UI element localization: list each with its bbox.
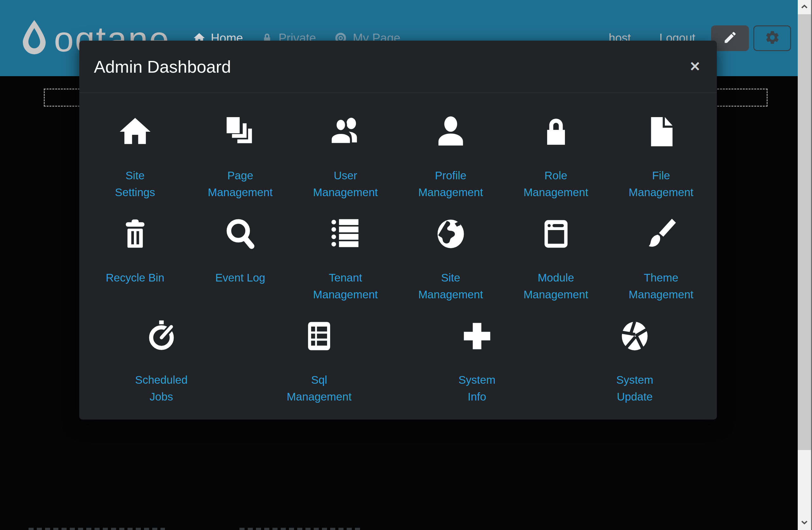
- tile-profile-management[interactable]: ProfileManagement: [398, 113, 503, 201]
- tile-label: File: [629, 167, 693, 184]
- tile-label: Management: [418, 184, 483, 201]
- clipped-footer-text: [29, 528, 165, 530]
- tile-row-1: SiteSettings PageManagement: [83, 113, 714, 201]
- tile-system-info[interactable]: SystemInfo: [398, 317, 556, 405]
- tile-label: Scheduled: [135, 371, 187, 388]
- tile-label: Settings: [115, 184, 155, 201]
- trash-icon: [117, 215, 154, 253]
- tile-label: Profile: [418, 167, 483, 184]
- modal-title: Admin Dashboard: [94, 57, 231, 76]
- tile-site-management[interactable]: SiteManagement: [398, 215, 503, 303]
- brush-icon: [643, 215, 679, 253]
- tile-label: Update: [616, 388, 653, 405]
- tile-label: System: [616, 371, 653, 388]
- spreadsheet-icon: [301, 317, 337, 355]
- magnifying-glass-icon: [222, 215, 259, 253]
- tile-label: System: [458, 371, 495, 388]
- tile-label: Role: [523, 167, 588, 184]
- scroll-down-button[interactable]: [798, 516, 811, 530]
- aperture-icon: [616, 317, 653, 355]
- vertical-scrollbar[interactable]: [798, 0, 812, 530]
- tile-label: Management: [523, 184, 588, 201]
- tile-label: Management: [313, 286, 378, 303]
- close-icon: ✕: [689, 59, 700, 74]
- layers-icon: [222, 113, 259, 151]
- tile-label: Management: [523, 286, 588, 303]
- medical-cross-icon: [459, 317, 495, 355]
- tile-label: Management: [629, 184, 693, 201]
- list-icon: [327, 215, 364, 253]
- tile-module-management[interactable]: ModuleManagement: [503, 215, 609, 303]
- tile-label: Tenant: [313, 269, 378, 286]
- tile-event-log[interactable]: Event Log: [188, 215, 293, 303]
- tile-recycle-bin[interactable]: Recycle Bin: [83, 215, 188, 303]
- tile-theme-management[interactable]: ThemeManagement: [608, 215, 714, 303]
- tile-label: Management: [313, 184, 378, 201]
- tile-label: Info: [458, 388, 495, 405]
- tile-label: Site: [115, 167, 155, 184]
- tile-user-management[interactable]: UserManagement: [293, 113, 398, 201]
- clipped-footer-text: [240, 528, 362, 530]
- scroll-up-button[interactable]: [798, 0, 811, 14]
- tile-row-3: ScheduledJobs SqlManagement: [83, 317, 714, 405]
- tile-label: Management: [287, 388, 351, 405]
- tile-system-update[interactable]: SystemUpdate: [556, 317, 714, 405]
- close-button[interactable]: ✕: [684, 55, 706, 77]
- tile-label: Management: [629, 286, 693, 303]
- gear-icon: [765, 29, 780, 47]
- browser-icon: [538, 215, 575, 253]
- tile-label: Management: [418, 286, 483, 303]
- tile-label: Event Log: [215, 269, 265, 286]
- home-icon: [117, 113, 154, 151]
- chevron-up-icon: [800, 2, 809, 13]
- settings-button[interactable]: [753, 25, 791, 51]
- file-icon: [643, 113, 679, 151]
- tile-row-2: Recycle Bin Event Log: [83, 215, 714, 303]
- modal-body: SiteSettings PageManagement: [79, 93, 717, 405]
- tile-label: Site: [418, 269, 483, 286]
- tile-file-management[interactable]: FileManagement: [608, 113, 714, 201]
- droplet-logo-icon: [19, 19, 49, 57]
- tile-label: Management: [208, 184, 273, 201]
- tile-label: User: [313, 167, 378, 184]
- tile-sql-management[interactable]: SqlManagement: [241, 317, 398, 405]
- tile-site-settings[interactable]: SiteSettings: [83, 113, 188, 201]
- tile-label: Sql: [287, 371, 351, 388]
- tile-label: Theme: [629, 269, 693, 286]
- lock-icon: [538, 113, 575, 151]
- tile-label: Jobs: [135, 388, 187, 405]
- tile-scheduled-jobs[interactable]: ScheduledJobs: [83, 317, 241, 405]
- tile-label: Module: [523, 269, 588, 286]
- scrollbar-thumb[interactable]: [798, 14, 811, 450]
- modal-header: Admin Dashboard ✕: [79, 41, 717, 93]
- people-icon: [327, 113, 364, 151]
- timer-icon: [143, 317, 180, 355]
- person-icon: [432, 113, 469, 151]
- tile-page-management[interactable]: PageManagement: [188, 113, 293, 201]
- globe-icon: [432, 215, 469, 253]
- tile-role-management[interactable]: RoleManagement: [503, 113, 609, 201]
- admin-dashboard-modal: Admin Dashboard ✕ SiteSettings: [79, 41, 717, 419]
- pencil-icon: [723, 30, 738, 46]
- tile-label: Page: [208, 167, 273, 184]
- tile-label: Recycle Bin: [106, 269, 164, 286]
- screen: oqtane Home Private: [0, 0, 812, 530]
- chevron-down-icon: [800, 518, 809, 528]
- tile-tenant-management[interactable]: TenantManagement: [293, 215, 398, 303]
